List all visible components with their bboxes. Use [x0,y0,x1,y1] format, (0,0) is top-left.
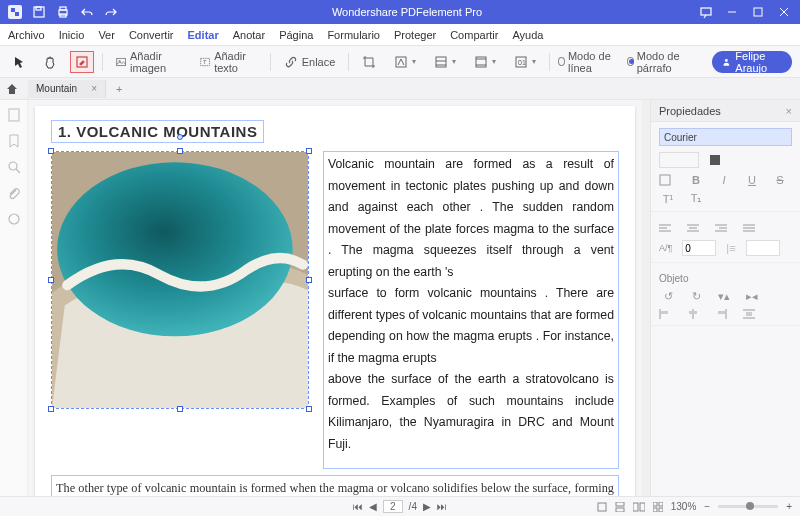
underline-button[interactable]: U [743,174,761,186]
flip-vertical-button[interactable]: ▾▴ [715,290,733,303]
resize-handle-ml[interactable] [48,277,54,283]
next-page-button[interactable]: ▶ [423,501,431,512]
align-right-button[interactable] [715,224,733,234]
mode-paragraph-radio[interactable]: Modo de párrafo [627,50,696,74]
app-logo-icon[interactable] [6,3,24,21]
font-select[interactable]: Courier [659,128,792,146]
align-obj-center-button[interactable] [687,309,705,319]
add-image-button[interactable]: Añadir imagen [111,51,187,73]
rotate-handle[interactable] [177,134,183,140]
header-footer-tool[interactable]: ▾ [469,51,501,73]
rotate-cw-button[interactable]: ↻ [687,290,705,303]
zoom-slider[interactable] [718,505,778,508]
menu-proteger[interactable]: Proteger [394,29,436,41]
align-center-button[interactable] [687,224,705,234]
menu-pagina[interactable]: Página [279,29,313,41]
italic-button[interactable]: I [715,174,733,186]
add-text-button[interactable]: TAñadir texto [195,51,262,73]
properties-close-icon[interactable]: × [786,105,792,117]
menu-editar[interactable]: Editar [188,29,219,41]
border-button[interactable] [659,174,677,186]
distribute-button[interactable] [743,309,761,319]
new-tab-button[interactable]: + [112,83,126,95]
watermark-tool[interactable]: ▾ [389,51,421,73]
print-icon[interactable] [54,3,72,21]
minimize-button[interactable] [720,2,744,22]
subscript-button[interactable]: T₁ [687,192,705,205]
maximize-button[interactable] [746,2,770,22]
menu-ayuda[interactable]: Ayuda [512,29,543,41]
line-spacing-icon[interactable]: |≡ [726,242,735,254]
align-obj-left-button[interactable] [659,309,677,319]
font-size-field[interactable] [659,152,699,168]
feedback-icon[interactable] [694,2,718,22]
flip-horizontal-button[interactable]: ▸◂ [743,290,761,303]
zoom-in-button[interactable]: + [786,501,792,512]
resize-handle-tl[interactable] [48,148,54,154]
tab-mountain[interactable]: Mountain× [28,80,106,98]
prev-page-button[interactable]: ◀ [369,501,377,512]
text-block-right[interactable]: Volcanic mountain are formed as a result… [323,151,619,469]
menu-ver[interactable]: Ver [98,29,115,41]
edit-object-tool[interactable] [70,51,94,73]
strikethrough-button[interactable]: S [771,174,789,186]
thumbnails-icon[interactable] [7,108,21,122]
bold-button[interactable]: B [687,174,705,186]
redo-icon[interactable] [102,3,120,21]
line-spacing-input[interactable] [746,240,780,256]
menu-archivo[interactable]: Archivo [8,29,45,41]
menu-compartir[interactable]: Compartir [450,29,498,41]
align-obj-right-button[interactable] [715,309,733,319]
svg-rect-12 [116,58,125,65]
home-tab-icon[interactable] [6,83,22,95]
zoom-value[interactable]: 130% [671,501,697,512]
menu-inicio[interactable]: Inicio [59,29,85,41]
zoom-out-button[interactable]: − [704,501,710,512]
hand-tool[interactable] [38,51,62,73]
bates-tool[interactable]: 01▾ [509,51,541,73]
view-facing-icon[interactable] [633,502,645,512]
bookmarks-icon[interactable] [7,134,21,148]
page-canvas[interactable]: 1. VOLCANIC MOUNTAINS [28,100,642,496]
user-account-button[interactable]: Felipe Araujo [712,51,792,73]
resize-handle-bl[interactable] [48,406,54,412]
first-page-button[interactable]: ⏮ [353,501,363,512]
font-color-button[interactable] [709,154,727,166]
resize-handle-mr[interactable] [306,277,312,283]
view-grid-icon[interactable] [653,502,663,512]
indent-label: A/¶ [659,243,672,253]
close-button[interactable] [772,2,796,22]
resize-handle-bm[interactable] [177,406,183,412]
view-continuous-icon[interactable] [615,502,625,512]
vertical-scrollbar[interactable] [642,100,650,496]
rotate-ccw-button[interactable]: ↺ [659,290,677,303]
text-block-below[interactable]: The other type of volcanic mountain is f… [51,475,619,496]
view-single-icon[interactable] [597,502,607,512]
resize-handle-tr[interactable] [306,148,312,154]
align-justify-button[interactable] [743,224,761,234]
svg-rect-55 [616,508,624,512]
superscript-button[interactable]: T¹ [659,193,677,205]
comments-icon[interactable] [7,212,21,226]
link-button[interactable]: Enlace [279,51,341,73]
last-page-button[interactable]: ⏭ [437,501,447,512]
page-current[interactable]: 2 [383,500,403,513]
search-icon[interactable] [7,160,21,174]
document-heading[interactable]: 1. VOLCANIC MOUNTAINS [51,120,264,143]
select-tool[interactable] [8,51,30,73]
undo-icon[interactable] [78,3,96,21]
selected-image[interactable] [51,151,309,409]
save-icon[interactable] [30,3,48,21]
crop-tool[interactable] [357,51,381,73]
resize-handle-br[interactable] [306,406,312,412]
resize-handle-tm[interactable] [177,148,183,154]
indent-input[interactable] [682,240,716,256]
attachments-icon[interactable] [7,186,21,200]
menu-formulario[interactable]: Formulario [327,29,380,41]
menu-anotar[interactable]: Anotar [233,29,265,41]
mode-line-radio[interactable]: Modo de línea [558,50,619,74]
menu-convertir[interactable]: Convertir [129,29,174,41]
align-left-button[interactable] [659,224,677,234]
tab-close-icon[interactable]: × [91,83,97,94]
background-tool[interactable]: ▾ [429,51,461,73]
